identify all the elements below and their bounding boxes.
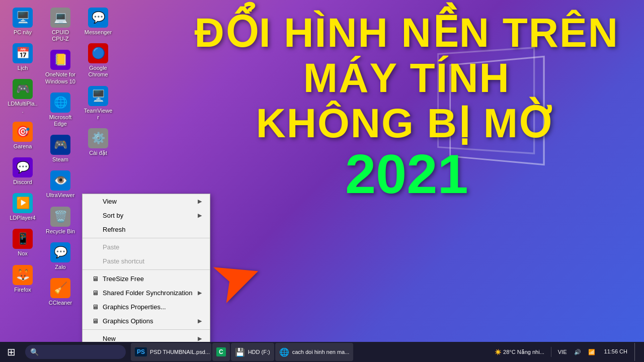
menu-label-graphics-options: Graphics Options <box>103 317 153 325</box>
context-menu: View ▶ Sort by ▶ Refresh Paste Paste sho… <box>82 194 210 362</box>
icon-label-nox: Nox <box>18 250 28 257</box>
submenu-arrow-shared-folder: ▶ <box>198 290 202 296</box>
submenu-arrow-graphics-options: ▶ <box>198 318 202 324</box>
desktop-icon-ldplayer4[interactable]: ▶️ LDPlayer4 <box>5 191 40 224</box>
menu-item-left-paste: Paste <box>91 242 119 251</box>
menu-item-paste-shortcut: Paste shortcut <box>83 254 210 268</box>
menu-item-view[interactable]: View ▶ <box>83 194 210 208</box>
ps-label: PSD THUMBNAIL.psd... <box>150 349 210 355</box>
taskbar-clock[interactable]: 11:56 CH <box>600 348 631 355</box>
windows-icon: ⊞ <box>7 346 16 358</box>
desktop-icon-ldmulti[interactable]: 🎮 LDMultiPla... <box>5 76 40 116</box>
show-desktop-button[interactable] <box>634 343 639 361</box>
tray-keyboard[interactable]: VIE <box>556 348 569 356</box>
keyboard-layout: VIE <box>558 349 567 355</box>
icon-image-zalo: 💬 <box>50 242 70 262</box>
desktop-icon-discord[interactable]: 💬 Discord <box>5 155 40 188</box>
icon-image-garena: 🎯 <box>13 122 33 142</box>
icon-label-ldmulti: LDMultiPla... <box>8 101 38 114</box>
menu-icon-shared-folder: 🖥 <box>91 288 100 297</box>
desktop-icon-lich[interactable]: 📅 Lịch <box>5 41 40 74</box>
browser-icon: 🌐 <box>279 347 289 357</box>
icon-label-lich: Lịch <box>18 65 28 71</box>
taskbar-item-chrome[interactable]: C <box>212 343 230 361</box>
menu-item-sort-by[interactable]: Sort by ▶ <box>83 208 210 222</box>
tray-weather[interactable]: ☀️ 28°C Nắng nhi... <box>493 348 546 356</box>
menu-item-left-treesize: 🖥 TreeSize Free <box>91 274 144 283</box>
icon-label-pc-nay: PC này <box>14 29 32 36</box>
volume-icon: 🔊 <box>574 349 581 355</box>
icon-label-google-chrome: Google Chrome <box>83 65 113 78</box>
menu-item-left-graphics-options: 🖥 Graphics Options <box>91 316 153 325</box>
submenu-arrow-new: ▶ <box>198 335 202 342</box>
desktop-icon-steam[interactable]: 🎮 Steam <box>43 132 78 165</box>
icon-image-ccleaner: 🧹 <box>50 278 70 298</box>
desktop-icon-messenger[interactable]: 💬 Messenger <box>80 5 116 38</box>
menu-label-new: New <box>103 335 116 342</box>
desktop-icon-pc-nay[interactable]: 🖥️ PC này <box>5 5 40 38</box>
hdd-icon: 💾 <box>235 347 245 357</box>
menu-item-left-refresh: Refresh <box>91 225 126 234</box>
menu-item-refresh[interactable]: Refresh <box>83 222 210 236</box>
icon-label-ultraviewer: UltraViewer <box>46 192 75 199</box>
icon-label-steam: Steam <box>52 156 68 163</box>
desktop-icon-msedge[interactable]: 🌐 Microsoft Edge <box>43 90 78 130</box>
menu-icon-paste-shortcut <box>91 256 100 265</box>
tray-network[interactable]: 📶 <box>586 348 597 356</box>
icon-label-garena: Garena <box>14 143 32 150</box>
menu-icon-view <box>91 197 100 206</box>
chrome-taskbar-icon: C <box>216 347 226 356</box>
taskbar-search[interactable]: 🔍 <box>25 345 126 359</box>
hdd-label: HDD (F:) <box>248 349 270 355</box>
desktop-icon-onenote[interactable]: 📒 OneNote for Windows 10 <box>43 47 78 87</box>
menu-item-left-sort-by: Sort by <box>91 211 123 220</box>
icon-image-ldmulti: 🎮 <box>13 79 33 99</box>
desktop-icon-caidat[interactable]: ⚙️ Cài đặt <box>80 126 116 159</box>
taskbar-item-hdd[interactable]: 💾HDD (F:) <box>231 343 274 361</box>
menu-label-view: View <box>103 198 117 205</box>
tray-volume[interactable]: 🔊 <box>572 348 583 356</box>
taskbar-item-ps[interactable]: PSPSD THUMBNAIL.psd... <box>131 343 211 361</box>
desktop-icon-cpuid[interactable]: 💻 CPUID CPU-Z <box>43 5 78 45</box>
title-line3: KHÔNG BỊ MỜ <box>195 101 619 146</box>
icon-image-lich: 📅 <box>13 43 33 63</box>
menu-icon-paste <box>91 242 100 251</box>
menu-label-paste-shortcut: Paste shortcut <box>103 257 144 265</box>
taskbar: ⊞ 🔍 PSPSD THUMBNAIL.psd...C💾HDD (F:)🌐cac… <box>0 342 644 362</box>
desktop: ĐỔI HÌNH NỀN TRÊN MÁY TÍNH KHÔNG BỊ MỜ 2… <box>0 0 644 362</box>
weather-desc: Nắng nhi... <box>517 349 544 355</box>
icon-image-discord: 💬 <box>13 157 33 177</box>
desktop-icon-ultraviewer[interactable]: 👁️ UltraViewer <box>43 168 78 201</box>
title-overlay: ĐỔI HÌNH NỀN TRÊN MÁY TÍNH KHÔNG BỊ MỜ 2… <box>195 10 619 202</box>
menu-separator-sep1 <box>83 238 210 238</box>
icon-image-steam: 🎮 <box>50 135 70 155</box>
menu-item-left-paste-shortcut: Paste shortcut <box>91 256 144 265</box>
menu-label-paste: Paste <box>103 243 119 251</box>
taskbar-item-browser[interactable]: 🌐cach doi hinh nen ma... <box>275 343 354 361</box>
desktop-icon-recycle-bin[interactable]: 🗑️ Recycle Bin <box>43 204 78 237</box>
menu-item-treesize[interactable]: 🖥 TreeSize Free <box>83 272 210 286</box>
clock-time: 11:56 CH <box>604 348 627 355</box>
menu-item-left-view: View <box>91 197 117 206</box>
menu-label-graphics-properties: Graphics Properties... <box>103 303 166 311</box>
desktop-icon-ccleaner[interactable]: 🧹 CCleaner <box>43 276 78 309</box>
icon-label-messenger: Messenger <box>85 29 112 36</box>
desktop-icon-teamviewer[interactable]: 🖥️ TeamViewer <box>80 83 116 123</box>
desktop-icon-firefox[interactable]: 🦊 Firefox <box>5 262 40 296</box>
icon-label-msedge: Microsoft Edge <box>45 114 75 127</box>
weather-temp: 28°C <box>503 349 516 355</box>
submenu-arrow-view: ▶ <box>198 198 202 205</box>
icon-image-teamviewer: 🖥️ <box>88 86 108 106</box>
menu-item-graphics-options[interactable]: 🖥 Graphics Options ▶ <box>83 314 210 328</box>
desktop-icon-google-chrome[interactable]: 🔵 Google Chrome <box>80 41 116 80</box>
start-button[interactable]: ⊞ <box>0 342 23 362</box>
desktop-icon-zalo[interactable]: 💬 Zalo <box>43 240 78 273</box>
menu-item-shared-folder[interactable]: 🖥 Shared Folder Synchronization ▶ <box>83 286 210 300</box>
icon-image-ldplayer4: ▶️ <box>13 193 33 213</box>
weather-icon: ☀️ <box>495 349 502 355</box>
menu-item-left-shared-folder: 🖥 Shared Folder Synchronization <box>91 288 193 297</box>
desktop-icon-garena[interactable]: 🎯 Garena <box>5 119 40 152</box>
icon-label-firefox: Firefox <box>14 287 31 293</box>
desktop-icon-nox[interactable]: 📱 Nox <box>5 226 40 259</box>
menu-item-graphics-properties[interactable]: 🖥 Graphics Properties... <box>83 300 210 314</box>
